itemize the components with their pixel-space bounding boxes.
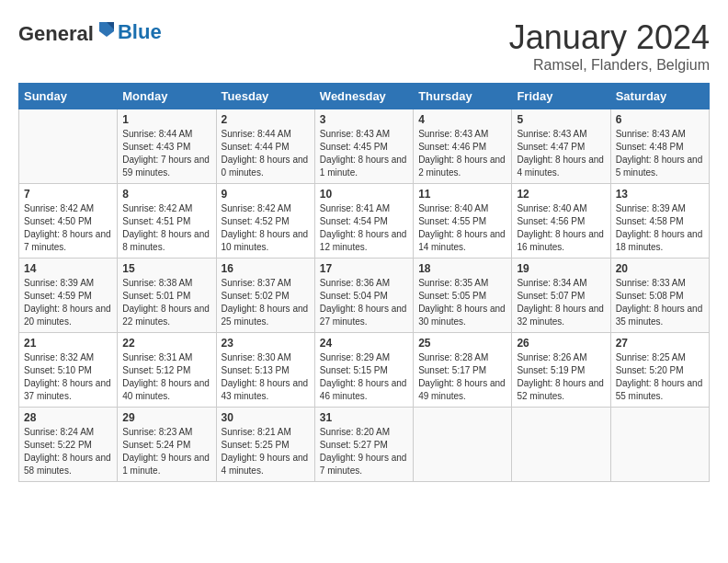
calendar-cell: 13Sunrise: 8:39 AM Sunset: 4:58 PM Dayli… — [610, 184, 709, 259]
day-info: Sunrise: 8:36 AM Sunset: 5:04 PM Dayligh… — [320, 277, 408, 328]
calendar-cell: 4Sunrise: 8:43 AM Sunset: 4:46 PM Daylig… — [414, 109, 512, 184]
day-number: 2 — [222, 113, 310, 126]
day-info: Sunrise: 8:28 AM Sunset: 5:17 PM Dayligh… — [418, 351, 506, 403]
day-number: 8 — [122, 188, 210, 201]
day-number: 17 — [320, 262, 408, 275]
calendar-cell: 30Sunrise: 8:21 AM Sunset: 5:25 PM Dayli… — [216, 408, 314, 482]
calendar-cell: 19Sunrise: 8:34 AM Sunset: 5:07 PM Dayli… — [512, 259, 610, 333]
day-number: 12 — [517, 188, 605, 201]
day-info: Sunrise: 8:44 AM Sunset: 4:43 PM Dayligh… — [122, 128, 210, 179]
calendar-cell: 22Sunrise: 8:31 AM Sunset: 5:12 PM Dayli… — [118, 333, 216, 408]
calendar-cell: 25Sunrise: 8:28 AM Sunset: 5:17 PM Dayli… — [414, 333, 512, 408]
calendar-cell: 27Sunrise: 8:25 AM Sunset: 5:20 PM Dayli… — [610, 333, 709, 408]
day-info: Sunrise: 8:40 AM Sunset: 4:56 PM Dayligh… — [517, 202, 605, 254]
calendar-cell — [610, 408, 709, 482]
header-tuesday: Tuesday — [216, 84, 314, 109]
calendar-cell: 23Sunrise: 8:30 AM Sunset: 5:13 PM Dayli… — [216, 333, 314, 408]
header-monday: Monday — [118, 84, 216, 109]
header-friday: Friday — [512, 84, 610, 109]
header-saturday: Saturday — [610, 84, 709, 109]
calendar-cell: 16Sunrise: 8:37 AM Sunset: 5:02 PM Dayli… — [216, 259, 314, 333]
day-number: 28 — [24, 411, 112, 424]
calendar-cell: 3Sunrise: 8:43 AM Sunset: 4:45 PM Daylig… — [314, 109, 413, 184]
calendar-cell: 29Sunrise: 8:23 AM Sunset: 5:24 PM Dayli… — [118, 408, 216, 482]
day-number: 7 — [24, 188, 112, 201]
calendar-week-row: 7Sunrise: 8:42 AM Sunset: 4:50 PM Daylig… — [19, 184, 710, 259]
calendar-cell: 15Sunrise: 8:38 AM Sunset: 5:01 PM Dayli… — [118, 259, 216, 333]
calendar-cell: 11Sunrise: 8:40 AM Sunset: 4:55 PM Dayli… — [414, 184, 512, 259]
calendar-cell: 7Sunrise: 8:42 AM Sunset: 4:50 PM Daylig… — [19, 184, 118, 259]
page-header: General Blue January 2024 Ramsel, Flande… — [18, 18, 710, 74]
calendar-cell: 1Sunrise: 8:44 AM Sunset: 4:43 PM Daylig… — [118, 109, 216, 184]
calendar-cell — [19, 109, 118, 184]
calendar-cell: 8Sunrise: 8:42 AM Sunset: 4:51 PM Daylig… — [118, 184, 216, 259]
day-number: 14 — [24, 262, 112, 275]
day-number: 29 — [122, 411, 210, 424]
day-number: 13 — [616, 188, 704, 201]
day-info: Sunrise: 8:30 AM Sunset: 5:13 PM Dayligh… — [222, 351, 310, 403]
header-sunday: Sunday — [19, 84, 118, 109]
day-number: 24 — [320, 337, 408, 350]
day-info: Sunrise: 8:39 AM Sunset: 4:59 PM Dayligh… — [24, 277, 112, 328]
day-info: Sunrise: 8:42 AM Sunset: 4:50 PM Dayligh… — [24, 202, 112, 254]
day-info: Sunrise: 8:43 AM Sunset: 4:48 PM Dayligh… — [616, 128, 704, 179]
calendar-cell: 5Sunrise: 8:43 AM Sunset: 4:47 PM Daylig… — [512, 109, 610, 184]
calendar-header-row: SundayMondayTuesdayWednesdayThursdayFrid… — [19, 84, 710, 109]
day-number: 5 — [517, 113, 605, 126]
calendar-cell: 24Sunrise: 8:29 AM Sunset: 5:15 PM Dayli… — [314, 333, 413, 408]
header-wednesday: Wednesday — [314, 84, 413, 109]
day-info: Sunrise: 8:33 AM Sunset: 5:08 PM Dayligh… — [616, 277, 704, 328]
calendar-cell: 18Sunrise: 8:35 AM Sunset: 5:05 PM Dayli… — [414, 259, 512, 333]
day-info: Sunrise: 8:26 AM Sunset: 5:19 PM Dayligh… — [517, 351, 605, 403]
day-info: Sunrise: 8:43 AM Sunset: 4:46 PM Dayligh… — [418, 128, 506, 179]
day-info: Sunrise: 8:43 AM Sunset: 4:45 PM Dayligh… — [320, 128, 408, 179]
day-info: Sunrise: 8:29 AM Sunset: 5:15 PM Dayligh… — [320, 351, 408, 403]
day-info: Sunrise: 8:43 AM Sunset: 4:47 PM Dayligh… — [517, 128, 605, 179]
day-number: 15 — [122, 262, 210, 275]
day-number: 11 — [418, 188, 506, 201]
day-number: 30 — [222, 411, 310, 424]
calendar-week-row: 28Sunrise: 8:24 AM Sunset: 5:22 PM Dayli… — [19, 408, 710, 482]
day-number: 19 — [517, 262, 605, 275]
day-info: Sunrise: 8:31 AM Sunset: 5:12 PM Dayligh… — [122, 351, 210, 403]
month-title: January 2024 — [509, 18, 710, 57]
calendar-cell: 21Sunrise: 8:32 AM Sunset: 5:10 PM Dayli… — [19, 333, 118, 408]
calendar-cell: 20Sunrise: 8:33 AM Sunset: 5:08 PM Dayli… — [610, 259, 709, 333]
day-number: 9 — [222, 188, 310, 201]
calendar-cell: 28Sunrise: 8:24 AM Sunset: 5:22 PM Dayli… — [19, 408, 118, 482]
day-info: Sunrise: 8:41 AM Sunset: 4:54 PM Dayligh… — [320, 202, 408, 254]
day-number: 20 — [616, 262, 704, 275]
day-number: 21 — [24, 337, 112, 350]
day-number: 31 — [320, 411, 408, 424]
day-info: Sunrise: 8:25 AM Sunset: 5:20 PM Dayligh… — [616, 351, 704, 403]
day-number: 26 — [517, 337, 605, 350]
day-number: 1 — [122, 113, 210, 126]
day-info: Sunrise: 8:42 AM Sunset: 4:51 PM Dayligh… — [122, 202, 210, 254]
calendar-cell: 6Sunrise: 8:43 AM Sunset: 4:48 PM Daylig… — [610, 109, 709, 184]
day-info: Sunrise: 8:24 AM Sunset: 5:22 PM Dayligh… — [24, 426, 112, 477]
day-info: Sunrise: 8:21 AM Sunset: 5:25 PM Dayligh… — [222, 426, 310, 477]
logo: General Blue — [18, 18, 162, 46]
calendar-cell: 31Sunrise: 8:20 AM Sunset: 5:27 PM Dayli… — [314, 408, 413, 482]
day-info: Sunrise: 8:40 AM Sunset: 4:55 PM Dayligh… — [418, 202, 506, 254]
day-info: Sunrise: 8:20 AM Sunset: 5:27 PM Dayligh… — [320, 426, 408, 477]
day-number: 16 — [222, 262, 310, 275]
calendar-week-row: 21Sunrise: 8:32 AM Sunset: 5:10 PM Dayli… — [19, 333, 710, 408]
day-number: 10 — [320, 188, 408, 201]
calendar-cell: 14Sunrise: 8:39 AM Sunset: 4:59 PM Dayli… — [19, 259, 118, 333]
calendar-week-row: 14Sunrise: 8:39 AM Sunset: 4:59 PM Dayli… — [19, 259, 710, 333]
logo-general: General — [18, 22, 94, 45]
header-thursday: Thursday — [414, 84, 512, 109]
calendar-cell: 26Sunrise: 8:26 AM Sunset: 5:19 PM Dayli… — [512, 333, 610, 408]
day-number: 23 — [222, 337, 310, 350]
day-number: 6 — [616, 113, 704, 126]
calendar-cell: 10Sunrise: 8:41 AM Sunset: 4:54 PM Dayli… — [314, 184, 413, 259]
day-number: 18 — [418, 262, 506, 275]
day-info: Sunrise: 8:44 AM Sunset: 4:44 PM Dayligh… — [222, 128, 310, 179]
logo-blue: Blue — [118, 20, 162, 43]
calendar-table: SundayMondayTuesdayWednesdayThursdayFrid… — [18, 83, 710, 482]
calendar-cell — [414, 408, 512, 482]
calendar-cell: 17Sunrise: 8:36 AM Sunset: 5:04 PM Dayli… — [314, 259, 413, 333]
day-info: Sunrise: 8:38 AM Sunset: 5:01 PM Dayligh… — [122, 277, 210, 328]
day-number: 3 — [320, 113, 408, 126]
